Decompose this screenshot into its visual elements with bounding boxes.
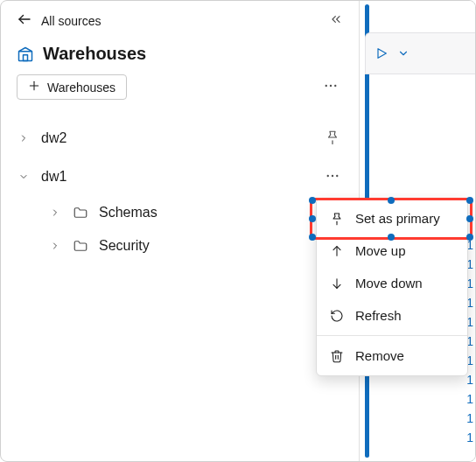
svg-point-7: [334, 85, 336, 87]
folder-icon: [73, 205, 88, 220]
menu-move-up[interactable]: Move up: [317, 234, 467, 267]
tree-item-label: dw1: [41, 169, 66, 185]
back-all-sources[interactable]: All sources: [17, 11, 101, 30]
toolbar-more-button[interactable]: [318, 75, 343, 100]
menu-item-label: Refresh: [355, 308, 402, 323]
tree-item-schemas[interactable]: Schemas: [48, 196, 343, 229]
context-menu: Set as primary Move up Move down Refresh…: [316, 198, 468, 376]
tree-item-dw2[interactable]: dw2: [17, 119, 343, 158]
svg-point-5: [326, 85, 327, 87]
menu-item-label: Remove: [355, 348, 404, 363]
tree-item-security[interactable]: Security: [48, 229, 343, 262]
pin-dw2-button[interactable]: [322, 128, 343, 149]
menu-refresh[interactable]: Refresh: [317, 299, 467, 332]
svg-marker-11: [378, 49, 386, 59]
chevron-right-icon: [48, 241, 62, 251]
menu-separator: [317, 335, 467, 336]
folder-icon: [73, 238, 88, 254]
trash-icon: [329, 349, 345, 363]
refresh-icon: [329, 309, 345, 323]
svg-point-9: [332, 174, 333, 176]
tree-item-label: Security: [99, 238, 150, 254]
tree-item-label: dw2: [41, 130, 66, 146]
run-button[interactable]: [374, 46, 388, 60]
add-warehouse-button[interactable]: Warehouses: [17, 74, 127, 100]
page-title-row: Warehouses: [17, 38, 343, 74]
svg-point-10: [336, 174, 338, 176]
svg-point-6: [330, 85, 332, 87]
menu-set-as-primary[interactable]: Set as primary: [317, 202, 467, 234]
editor-toolbar: [365, 32, 475, 74]
tree-item-label: Schemas: [99, 205, 158, 220]
menu-item-label: Move up: [355, 243, 406, 258]
svg-point-8: [327, 174, 329, 176]
page-title: Warehouses: [43, 44, 146, 64]
chevron-down-icon: [17, 172, 31, 182]
sidebar: All sources Warehouses Warehouses: [1, 1, 360, 461]
more-icon: [325, 168, 340, 186]
pin-icon: [325, 130, 340, 148]
warehouse-tree: dw2 dw1: [17, 112, 343, 262]
more-icon: [323, 78, 339, 96]
menu-item-label: Move down: [355, 276, 423, 290]
warehouse-icon: [17, 46, 34, 63]
pin-icon: [329, 212, 345, 226]
more-dw1-button[interactable]: [322, 166, 343, 187]
arrow-up-icon: [329, 244, 345, 258]
add-button-label: Warehouses: [47, 80, 116, 94]
svg-rect-2: [24, 54, 28, 60]
plus-icon: [28, 80, 40, 94]
svg-rect-1: [19, 51, 32, 60]
tree-item-dw1[interactable]: dw1: [17, 158, 343, 196]
chevron-double-left-icon: [329, 12, 343, 29]
menu-remove[interactable]: Remove: [317, 340, 467, 372]
arrow-down-icon: [329, 276, 345, 290]
chevron-right-icon: [48, 207, 62, 218]
collapse-panel-button[interactable]: [329, 12, 343, 29]
chevron-right-icon: [17, 133, 31, 144]
run-dropdown-button[interactable]: [397, 47, 410, 60]
menu-move-down[interactable]: Move down: [317, 267, 467, 299]
menu-item-label: Set as primary: [355, 211, 440, 226]
back-label: All sources: [41, 14, 101, 28]
back-arrow-icon: [17, 11, 32, 30]
